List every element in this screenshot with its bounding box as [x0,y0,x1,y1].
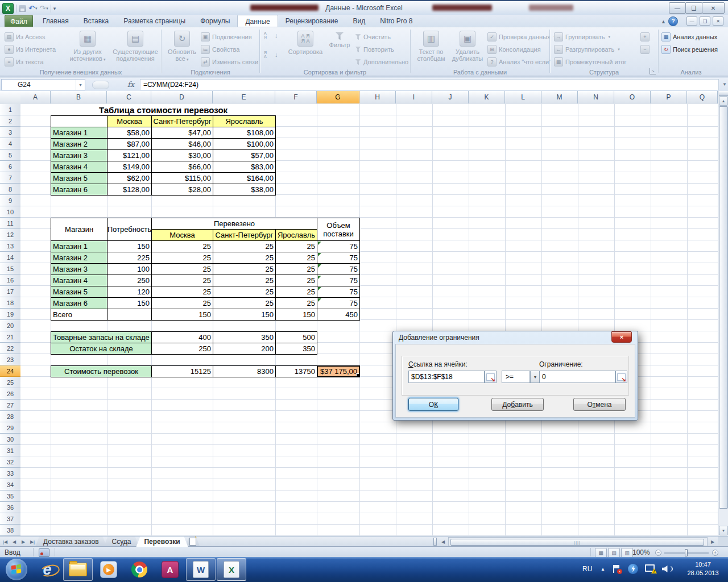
tab-home[interactable]: Главная [35,15,76,27]
cell-B16[interactable]: Магазин 4 [51,275,107,286]
row-header-14[interactable]: 14 [0,252,20,263]
cell-C4[interactable]: $87,00 [107,138,152,150]
cell-E8[interactable]: $38,00 [213,184,276,196]
cell-F18[interactable]: 25 [275,297,317,309]
vertical-split-handle[interactable] [719,91,728,96]
sort-descending-button[interactable]: ЯА↓ [264,49,278,60]
costs-table-title[interactable]: Таблица стоимости перевозок [51,104,276,116]
tab-insert[interactable]: Вставка [76,15,117,27]
cell-F19[interactable]: 150 [275,309,317,321]
minimize-button[interactable]: — [669,2,686,14]
row-header-12[interactable]: 12 [0,229,20,240]
show-hidden-icons-chevron[interactable]: ▲ [601,567,605,572]
power-status-icon[interactable] [628,564,638,574]
row-header-21[interactable]: 21 [0,331,20,343]
cell-C11[interactable]: Потребность [107,218,152,241]
cell-F14[interactable]: 25 [275,252,317,264]
cell-E13[interactable]: 25 [213,240,276,252]
row-header-24[interactable]: 24 [0,365,20,377]
row-header-4[interactable]: 4 [0,138,20,149]
cell-G13[interactable]: 75 [317,240,360,252]
connections-button[interactable]: ▣Подключения [201,31,252,43]
column-header-H[interactable]: H [359,91,396,103]
prev-sheet-icon[interactable]: ◀ [10,538,18,546]
zoom-level[interactable]: 100% [632,548,650,556]
sheet-tab-transport[interactable]: Перевозки [136,537,188,547]
row-header-3[interactable]: 3 [0,127,20,138]
row-header-20[interactable]: 20 [0,320,20,331]
help-icon[interactable]: ? [668,16,678,26]
expand-formula-bar-icon[interactable]: ▼ [722,82,727,87]
cell-D22[interactable]: 250 [151,343,213,355]
scroll-down-icon[interactable]: ▼ [719,526,728,535]
cell-D7[interactable]: $115,00 [151,172,213,184]
horizontal-scrollbar[interactable]: |||| [448,537,708,546]
zoom-out-icon[interactable]: − [655,550,661,556]
cell-B21[interactable]: Товарные запасы на складе [51,331,152,343]
ok-button[interactable]: ОК [408,398,458,411]
clock[interactable]: 10:47 28.05.2013 [680,560,726,577]
cell-E3[interactable]: $108,00 [213,127,276,139]
scroll-up-icon[interactable]: ▲ [719,96,728,106]
language-indicator[interactable]: RU [582,565,592,573]
cell-B5[interactable]: Магазин 3 [51,149,107,161]
cell-D2[interactable]: Санкт-Петербург [151,115,213,127]
row-header-5[interactable]: 5 [0,149,20,161]
taskbar-item-internet-explorer[interactable]: e [32,558,62,581]
cell-B11[interactable]: Магазин [51,218,107,241]
constraint-value-input[interactable]: 0 [539,371,615,383]
solver-button[interactable]: ↻Поиск решения [661,44,718,55]
edit-links-button[interactable]: ⇄Изменить связи [201,56,258,68]
page-layout-view-icon[interactable]: ▤ [608,548,620,558]
cell-C7[interactable]: $62,00 [107,172,152,184]
normal-view-icon[interactable]: ▦ [595,548,607,558]
column-header-P[interactable]: P [651,91,687,103]
column-header-E[interactable]: E [213,91,275,103]
cell-E16[interactable]: 25 [213,275,276,286]
cell-D24[interactable]: 15125 [151,365,213,377]
row-header-31[interactable]: 31 [0,445,20,456]
sheet-tab-loan[interactable]: Ссуда [104,537,139,547]
name-box-dropdown-icon[interactable]: ▼ [76,80,85,90]
cell-C8[interactable]: $128,00 [107,184,152,196]
horizontal-scroll-thumb[interactable]: |||| [450,539,704,546]
column-header-I[interactable]: I [396,91,432,103]
cell-G14[interactable]: 75 [317,252,360,264]
refresh-all-button[interactable]: ↻ Обновить все▾ [164,30,200,63]
taskbar-item-access[interactable]: A [155,558,185,581]
taskbar-item-excel[interactable]: X [217,558,246,581]
column-header-N[interactable]: N [578,91,614,103]
sheet-tab-delivery[interactable]: Доставка заказов [35,537,107,547]
row-header-30[interactable]: 30 [0,434,20,445]
sort-ascending-button[interactable]: АЯ↓ [264,30,278,41]
hide-detail-button[interactable]: − [640,44,650,55]
row-header-18[interactable]: 18 [0,297,20,309]
column-header-A[interactable]: A [20,91,51,103]
subtotal-button[interactable]: ▦Промежуточный итог [554,56,627,68]
row-header-1[interactable]: 1 [0,104,20,115]
cell-D13[interactable]: 25 [151,240,213,252]
zoom-slider-thumb[interactable] [685,549,688,556]
action-center-icon[interactable]: × [612,564,621,573]
minimize-ribbon-icon[interactable]: ▲ [661,19,666,24]
macro-record-icon[interactable] [39,548,49,557]
cells-area[interactable]: Таблица стоимости перевозокМоскваСанкт-П… [20,104,718,536]
vertical-scroll-thumb[interactable] [719,106,728,509]
cell-E19[interactable]: 150 [213,309,276,321]
cell-G18[interactable]: 75 [317,297,360,309]
cell-D12[interactable]: Москва [151,229,213,241]
show-detail-button[interactable]: + [640,31,650,43]
cell-B7[interactable]: Магазин 5 [51,172,107,184]
start-button[interactable] [6,559,27,580]
cell-C15[interactable]: 100 [107,263,152,275]
name-box[interactable]: G24 ▼ [1,79,85,90]
clear-filter-button[interactable]: Очистить [355,31,391,43]
cell-B3[interactable]: Магазин 1 [51,127,107,139]
filter-button[interactable]: Фильтр [326,30,353,48]
taskbar-item-chrome[interactable] [125,558,154,581]
tab-view[interactable]: Вид [345,15,373,27]
tab-review[interactable]: Рецензирование [278,15,346,27]
row-header-32[interactable]: 32 [0,456,20,468]
taskbar-item-explorer[interactable] [63,558,93,581]
insert-function-icon[interactable]: fx [127,80,134,89]
